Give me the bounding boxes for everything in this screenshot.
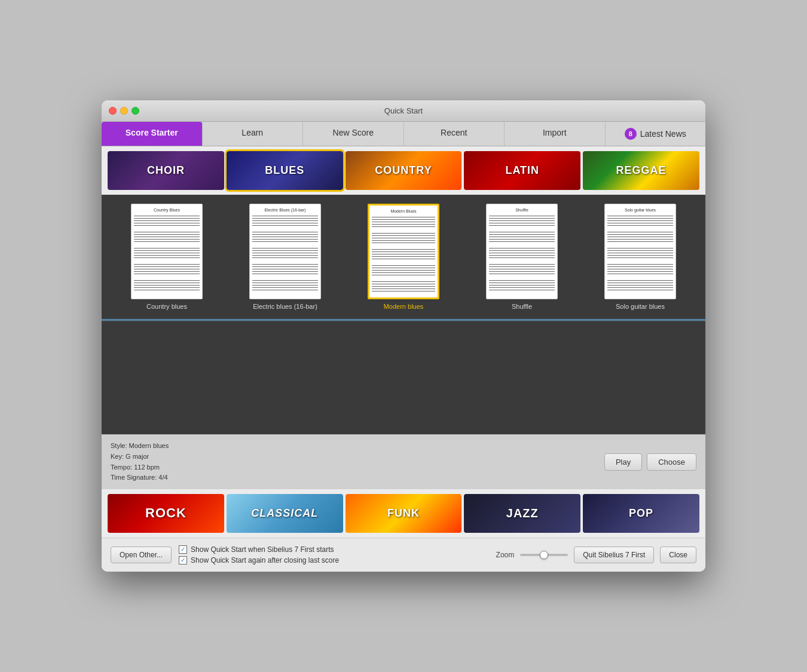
info-bar: Style: Modern blues Key: G major Tempo: … xyxy=(102,434,705,489)
tab-new-score[interactable]: New Score xyxy=(303,122,404,146)
bottom-bar: Open Other... ✓ Show Quick Start when Si… xyxy=(102,538,705,572)
score-thumb-modern-blues: Modern Blues xyxy=(368,204,439,299)
bottom-left: Open Other... ✓ Show Quick Start when Si… xyxy=(111,545,339,564)
tab-learn[interactable]: Learn xyxy=(203,122,304,146)
info-buttons: Play Choose xyxy=(604,453,696,471)
tab-latest-news[interactable]: 8 Latest News xyxy=(606,122,706,146)
close-button[interactable]: Close xyxy=(660,547,696,563)
open-other-button[interactable]: Open Other... xyxy=(111,547,172,563)
genre-rock[interactable]: ROCK xyxy=(108,494,224,533)
score-solo-guitar[interactable]: Solo guitar blues xyxy=(601,204,679,310)
checkbox-show-quick-start[interactable]: ✓ xyxy=(179,545,187,554)
window-title: Quick Start xyxy=(384,106,423,115)
checkboxes: ✓ Show Quick Start when Sibelius 7 First… xyxy=(179,545,339,564)
checkbox-show-after-close-row[interactable]: ✓ Show Quick Start again after closing l… xyxy=(179,556,339,564)
bottom-right: Zoom Quit Sibelius 7 First Close xyxy=(496,547,696,563)
scores-section: Country Blues xyxy=(102,195,705,319)
top-genre-row: CHOIR BLUES COUNTRY LATIN REGGAE xyxy=(102,146,705,195)
score-thumb-shuffle: Shuffle xyxy=(486,204,558,299)
maximize-window-button[interactable] xyxy=(132,107,139,115)
zoom-thumb[interactable] xyxy=(540,551,548,559)
genre-classical[interactable]: Classical xyxy=(227,494,343,533)
play-button[interactable]: Play xyxy=(604,453,642,471)
checkbox-show-quick-start-row[interactable]: ✓ Show Quick Start when Sibelius 7 First… xyxy=(179,545,339,554)
tab-import[interactable]: Import xyxy=(505,122,606,146)
score-shuffle[interactable]: Shuffle xyxy=(483,204,561,310)
choose-button[interactable]: Choose xyxy=(647,453,696,471)
score-thumb-solo-guitar: Solo guitar blues xyxy=(604,204,676,299)
score-modern-blues[interactable]: Modern Blues xyxy=(365,204,442,310)
app-window: Quick Start Score Starter Learn New Scor… xyxy=(102,100,705,571)
score-info: Style: Modern blues Key: G major Tempo: … xyxy=(111,441,169,483)
close-window-button[interactable] xyxy=(109,107,117,115)
genre-choir[interactable]: CHOIR xyxy=(108,151,224,190)
bottom-genre-row: ROCK Classical FUNK JAZZ POP xyxy=(102,489,705,538)
genre-funk[interactable]: FUNK xyxy=(346,494,462,533)
genre-pop[interactable]: POP xyxy=(583,494,699,533)
tab-recent[interactable]: Recent xyxy=(404,122,505,146)
title-bar: Quick Start xyxy=(102,100,705,122)
genre-country[interactable]: COUNTRY xyxy=(346,151,462,190)
genre-blues[interactable]: BLUES xyxy=(227,151,343,190)
scores-row: Country Blues xyxy=(114,204,693,310)
preview-area xyxy=(102,321,705,434)
score-electric-blues[interactable]: Electric Blues (16-bar) xyxy=(246,204,324,310)
zoom-label: Zoom xyxy=(496,551,515,559)
minimize-window-button[interactable] xyxy=(120,107,128,115)
quit-button[interactable]: Quit Sibelius 7 First xyxy=(574,547,654,563)
checkbox-show-after-close[interactable]: ✓ xyxy=(179,556,187,564)
score-thumb-electric-blues: Electric Blues (16-bar) xyxy=(249,204,321,299)
genre-jazz[interactable]: JAZZ xyxy=(464,494,580,533)
news-badge: 8 xyxy=(625,128,637,140)
zoom-slider[interactable] xyxy=(520,554,568,556)
traffic-lights xyxy=(109,107,139,115)
genre-reggae[interactable]: REGGAE xyxy=(583,151,699,190)
tab-score-starter[interactable]: Score Starter xyxy=(102,122,203,146)
genre-latin[interactable]: LATIN xyxy=(464,151,580,190)
score-country-blues[interactable]: Country Blues xyxy=(128,204,206,310)
tab-bar: Score Starter Learn New Score Recent Imp… xyxy=(102,122,705,146)
score-thumb-country-blues: Country Blues xyxy=(131,204,203,299)
